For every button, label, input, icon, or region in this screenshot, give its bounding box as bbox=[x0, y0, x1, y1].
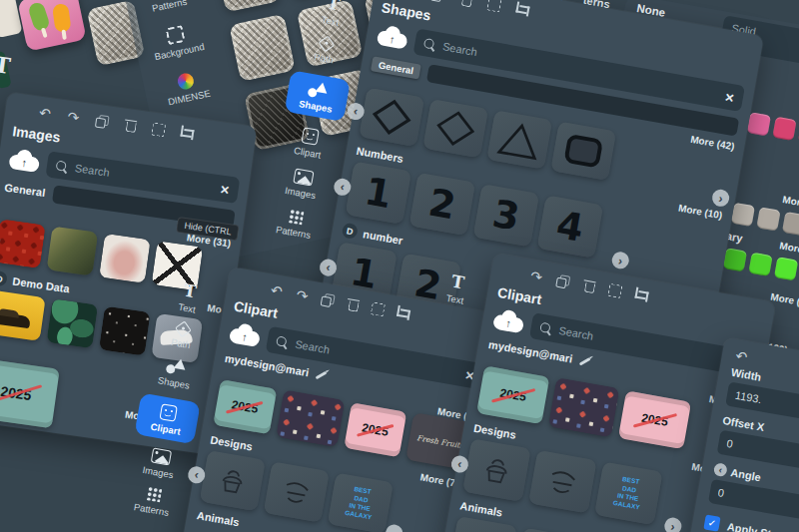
color-swatch[interactable] bbox=[723, 248, 747, 271]
crop-icon[interactable] bbox=[513, 1, 530, 18]
crop-icon[interactable] bbox=[632, 286, 649, 303]
edit-pencil-icon[interactable] bbox=[316, 370, 328, 379]
duplicate-icon[interactable] bbox=[94, 113, 111, 130]
upload-button[interactable] bbox=[228, 320, 264, 349]
triangle-icon bbox=[494, 116, 544, 163]
color-swatch[interactable] bbox=[772, 117, 796, 141]
more-button[interactable]: More (188) bbox=[779, 240, 799, 260]
pattern-tile[interactable] bbox=[214, 0, 281, 13]
shape-rounded-square-tile[interactable] bbox=[550, 122, 616, 181]
select-icon[interactable] bbox=[486, 0, 501, 12]
clipart-2025-pink[interactable]: 2025 bbox=[344, 402, 407, 457]
clipart-gnome-pattern[interactable] bbox=[276, 389, 345, 447]
delete-icon[interactable] bbox=[123, 117, 140, 134]
redo-icon[interactable] bbox=[528, 267, 545, 284]
color-swatch[interactable] bbox=[782, 212, 799, 236]
sidebar-item-patterns[interactable]: Patterns bbox=[275, 207, 315, 241]
undo-icon[interactable] bbox=[36, 105, 53, 122]
crop-icon[interactable] bbox=[178, 125, 195, 142]
sidebar-item-patterns[interactable]: Patterns bbox=[148, 0, 188, 14]
chevron-left-icon[interactable] bbox=[713, 462, 728, 477]
edit-pencil-icon[interactable] bbox=[579, 357, 591, 366]
thumbnail-olive-abstract[interactable] bbox=[47, 227, 99, 276]
number-shape-tile[interactable]: 1 bbox=[346, 162, 411, 225]
shapes-icon bbox=[308, 81, 330, 100]
chevron-right-icon[interactable] bbox=[610, 251, 630, 270]
color-swatch[interactable] bbox=[748, 253, 772, 276]
duplicate-icon[interactable] bbox=[429, 0, 446, 3]
sidebar-item-path[interactable]: Path bbox=[314, 36, 338, 65]
upload-button[interactable] bbox=[7, 147, 42, 175]
color-swatch[interactable] bbox=[747, 112, 771, 136]
sidebar-item-patterns[interactable]: Patterns bbox=[133, 484, 173, 518]
chevron-right-icon[interactable] bbox=[663, 516, 683, 532]
chevron-right-icon[interactable] bbox=[711, 188, 731, 208]
upload-button[interactable] bbox=[491, 306, 527, 335]
undo-icon[interactable] bbox=[268, 282, 285, 299]
duplicate-icon[interactable] bbox=[320, 291, 337, 308]
pattern-tile[interactable] bbox=[229, 14, 296, 82]
thumbnail-2025-teal[interactable]: 2025 bbox=[0, 358, 60, 429]
number-shape-tile[interactable]: 2 bbox=[409, 173, 475, 236]
crop-icon[interactable] bbox=[394, 304, 410, 321]
color-swatch[interactable] bbox=[731, 203, 755, 227]
section-label: Demo Data bbox=[12, 274, 71, 294]
sidebar-item-dimense[interactable]: DIMENSE bbox=[163, 69, 212, 107]
sidebar-item-clipart[interactable]: Clipart bbox=[293, 126, 325, 160]
upload-arrow-icon bbox=[21, 157, 28, 170]
sidebar-item-shapes[interactable]: Shapes bbox=[157, 356, 194, 391]
clear-search-icon[interactable] bbox=[220, 181, 231, 197]
apply-stroke-checkbox[interactable] bbox=[703, 514, 720, 531]
sidebar-item-text[interactable]: Text bbox=[321, 0, 344, 28]
design-cupcake-tile[interactable] bbox=[462, 438, 530, 502]
sidebar-item-path[interactable]: Path bbox=[170, 321, 194, 350]
upload-button[interactable] bbox=[375, 23, 410, 52]
number-shape-tile[interactable]: 4 bbox=[537, 195, 603, 258]
design-best-dad-tile[interactable]: BEST DAD IN THE GALAXY bbox=[594, 462, 662, 526]
upload-arrow-icon bbox=[241, 330, 249, 343]
thumbnail-green-leaves[interactable] bbox=[46, 298, 98, 348]
search-input[interactable] bbox=[72, 161, 215, 195]
color-swatch[interactable] bbox=[774, 257, 798, 280]
delete-icon[interactable] bbox=[581, 277, 598, 294]
select-icon[interactable] bbox=[371, 301, 386, 316]
design-sketch-tile[interactable] bbox=[528, 450, 596, 514]
clipart-2025-pink[interactable]: 2025 bbox=[618, 390, 691, 449]
sidebar-item-images[interactable]: Images bbox=[142, 446, 178, 480]
design-best-dad-tile[interactable]: BEST DAD IN THE GALAXY bbox=[328, 473, 394, 532]
apply-stroke-label: Apply Str bbox=[726, 520, 776, 532]
clear-search-icon[interactable] bbox=[724, 89, 735, 105]
thumbnail-yellow-car[interactable] bbox=[0, 289, 46, 340]
duplicate-icon[interactable] bbox=[554, 272, 571, 289]
color-swatch[interactable] bbox=[756, 207, 780, 231]
shape-diamond-tile[interactable] bbox=[359, 88, 424, 147]
text-tool-icon[interactable]: T bbox=[0, 51, 12, 79]
delete-icon[interactable] bbox=[345, 295, 362, 312]
thumbnail-red-berries[interactable] bbox=[0, 219, 46, 268]
clipart-2025-teal[interactable]: 2025 bbox=[213, 379, 277, 434]
design-sketch-tile[interactable] bbox=[264, 461, 330, 522]
sidebar-item-images[interactable]: Images bbox=[284, 167, 320, 201]
design-cupcake-tile[interactable] bbox=[200, 450, 266, 511]
redo-icon[interactable] bbox=[65, 109, 82, 126]
sidebar-item-clipart-selected[interactable]: Clipart bbox=[134, 393, 200, 445]
shape-diamond-tile[interactable] bbox=[422, 99, 488, 158]
sidebar-item-text[interactable]: Text bbox=[445, 271, 468, 306]
clipart-gnome-pattern[interactable] bbox=[548, 377, 620, 437]
shape-triangle-tile[interactable] bbox=[486, 110, 552, 169]
number-shape-tile[interactable]: 3 bbox=[473, 184, 539, 247]
select-icon[interactable] bbox=[151, 122, 166, 137]
redo-icon[interactable] bbox=[294, 286, 311, 303]
sidebar-item-text[interactable]: Text bbox=[178, 280, 201, 315]
select-icon[interactable] bbox=[607, 282, 622, 297]
thumbnail-hands-photo[interactable] bbox=[99, 234, 151, 283]
sidebar-item-background[interactable]: Background bbox=[149, 21, 205, 62]
clipart-2025-teal[interactable]: 2025 bbox=[476, 365, 549, 424]
thumbnail-popsicles[interactable] bbox=[17, 0, 87, 52]
sidebar-item-shapes-selected[interactable]: Shapes bbox=[285, 70, 351, 122]
thumbnail-coffee-pattern[interactable] bbox=[99, 306, 151, 356]
section-label: number bbox=[363, 228, 404, 247]
undo-icon[interactable] bbox=[733, 347, 750, 364]
search-icon bbox=[539, 322, 551, 334]
delete-icon[interactable] bbox=[458, 0, 475, 8]
